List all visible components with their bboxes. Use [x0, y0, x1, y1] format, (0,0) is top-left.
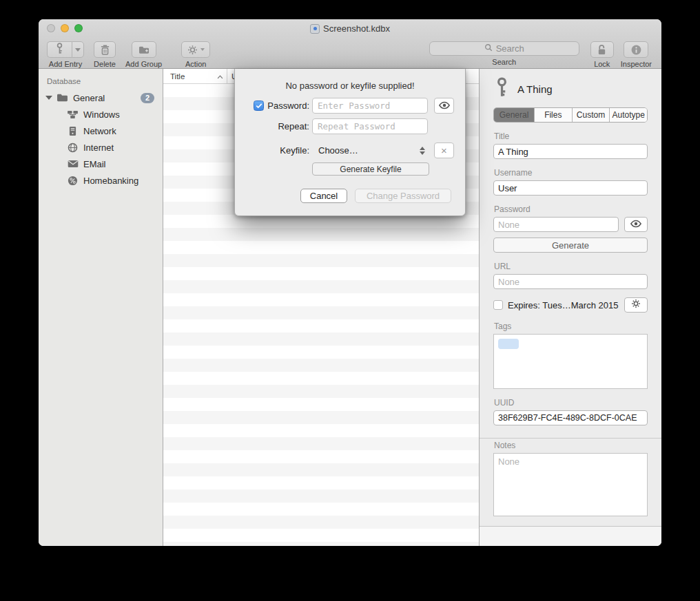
toolbar: Add Entry Delete Add Group [39, 38, 661, 69]
url-field-label: URL [494, 262, 648, 271]
sheet-password-input[interactable] [312, 98, 428, 114]
title-field[interactable] [493, 144, 648, 159]
clear-keyfile-button[interactable]: × [434, 143, 454, 158]
inspector-label: Inspector [621, 60, 652, 68]
username-field[interactable] [493, 180, 648, 196]
add-group-button[interactable] [132, 41, 156, 58]
change-password-sheet: No password or keyfile supplied! Passwor… [234, 69, 466, 216]
search-label: Search [492, 58, 516, 66]
add-group-label: Add Group [125, 60, 162, 68]
sidebar-item-email[interactable]: EMail [39, 156, 163, 172]
info-icon [630, 44, 642, 56]
change-password-button[interactable]: Change Password [355, 189, 451, 203]
sidebar-item-network[interactable]: Network [39, 123, 163, 139]
search-icon [484, 43, 493, 54]
key-icon [496, 77, 508, 101]
inspector-footer [480, 526, 661, 546]
password-field-label: Password [494, 204, 648, 214]
trash-icon [100, 44, 110, 56]
add-group-toolbar-item: Add Group [125, 41, 162, 68]
delete-label: Delete [94, 60, 116, 68]
inspector-button[interactable] [624, 41, 648, 58]
document-icon [310, 24, 320, 34]
search-placeholder: Search [496, 43, 524, 54]
window-chrome: Screenshot.kdbx Add Entry [39, 19, 661, 69]
server-icon [67, 126, 79, 136]
expires-label: Expires: Tues…March 2015 [508, 300, 619, 310]
expires-options-button[interactable] [624, 297, 648, 313]
add-entry-dropdown-button[interactable] [72, 41, 84, 58]
search-toolbar-item: Search Search [429, 41, 579, 66]
delete-button[interactable] [94, 41, 116, 58]
sheet-password-label: Password: [267, 101, 309, 111]
tags-field-label: Tags [494, 321, 648, 331]
url-field[interactable] [493, 274, 648, 289]
sidebar-item-windows[interactable]: Windows [39, 106, 163, 123]
cancel-button[interactable]: Cancel [300, 189, 347, 203]
generate-password-button[interactable]: Generate [493, 238, 648, 253]
inspector-panel: A Thing General Files Custom Autotype Ti… [480, 69, 661, 546]
uuid-field-label: UUID [494, 398, 648, 408]
envelope-icon [67, 160, 79, 168]
network-computers-icon [67, 110, 79, 119]
sheet-message: No password or keyfile supplied! [235, 81, 465, 91]
delete-toolbar-item: Delete [94, 41, 116, 68]
sidebar-item-label: EMail [83, 159, 106, 169]
keyfile-popup[interactable]: Choose… [312, 143, 428, 158]
sort-ascending-icon [217, 72, 223, 81]
sidebar-item-homebanking[interactable]: Homebanking [39, 172, 163, 189]
entry-title: A Thing [517, 83, 553, 95]
disclosure-triangle-icon[interactable] [45, 96, 52, 100]
tab-files[interactable]: Files [535, 108, 573, 122]
eye-icon [630, 218, 642, 231]
reveal-password-button[interactable] [624, 217, 648, 232]
lock-button[interactable] [590, 41, 614, 58]
expires-checkbox[interactable] [493, 300, 503, 310]
close-icon: × [441, 145, 447, 156]
inspector-tabs: General Files Custom Autotype [493, 107, 648, 123]
chevron-down-icon [75, 48, 81, 52]
search-input[interactable]: Search [429, 41, 579, 56]
lock-toolbar-item: Lock [590, 41, 614, 68]
sidebar-item-label: Homebanking [83, 176, 138, 186]
column-header-title[interactable]: Title [163, 69, 227, 83]
key-plus-icon [56, 43, 63, 57]
tab-general[interactable]: General [494, 108, 535, 122]
folder-plus-icon [138, 45, 150, 55]
add-entry-label: Add Entry [49, 60, 82, 68]
titlebar[interactable]: Screenshot.kdbx [39, 19, 661, 38]
eye-icon [438, 100, 451, 112]
sidebar-item-label: Network [83, 126, 116, 136]
percent-circle-icon [67, 176, 79, 186]
sidebar-item-label: Windows [83, 109, 120, 120]
action-button[interactable] [181, 41, 210, 58]
password-field[interactable] [493, 217, 619, 232]
uuid-field[interactable] [493, 410, 648, 425]
add-entry-button[interactable] [47, 41, 72, 58]
tag-token[interactable] [498, 339, 519, 349]
keyfile-popup-value: Choose… [318, 145, 420, 156]
action-label: Action [185, 60, 207, 68]
chevron-down-icon [200, 48, 205, 51]
password-checkbox[interactable] [254, 101, 264, 111]
sidebar-item-internet[interactable]: Internet [39, 139, 163, 156]
sidebar-item-label: General [73, 93, 105, 103]
sidebar-item-label: Internet [83, 143, 114, 153]
gear-icon [631, 299, 641, 311]
tab-custom[interactable]: Custom [573, 108, 610, 122]
lock-label: Lock [594, 60, 610, 68]
sheet-repeat-input[interactable] [312, 118, 428, 134]
title-field-label: Title [494, 131, 648, 141]
notes-field-label: Notes [494, 441, 648, 450]
notes-field[interactable] [493, 453, 648, 516]
inspector-toolbar-item: Inspector [621, 41, 652, 68]
entry-count-badge: 2 [141, 93, 154, 103]
tab-autotype[interactable]: Autotype [610, 108, 647, 122]
folder-icon [56, 93, 68, 103]
sheet-reveal-password-button[interactable] [434, 98, 454, 114]
tags-field[interactable] [493, 334, 648, 389]
sidebar-item-general[interactable]: General 2 [39, 89, 163, 106]
generate-keyfile-button[interactable]: Generate Keyfile [312, 162, 429, 176]
window-title: Screenshot.kdbx [323, 23, 390, 34]
sidebar-section-header: Database [39, 74, 163, 89]
